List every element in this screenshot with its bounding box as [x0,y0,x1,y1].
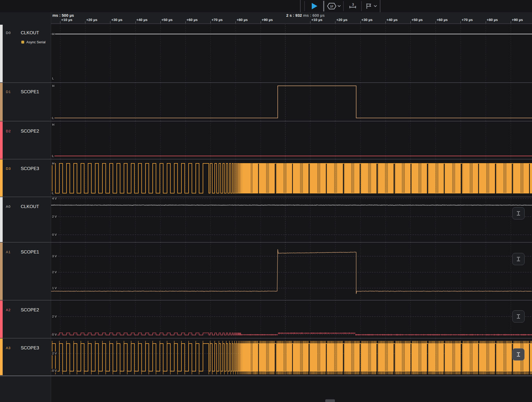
channel-name-label: SCOPE3 [21,166,39,171]
a2-waveform[interactable] [51,300,532,338]
channel-header-d3[interactable]: D3SCOPE3 [3,159,51,197]
row-separator [0,300,532,301]
d1-waveform[interactable] [51,83,532,121]
channel-color-strip-a1 [0,243,3,300]
ruler-tick-label-left: +20 µs [86,18,97,22]
ruler-tick-mark [486,21,486,23]
ruler-tick-mark [511,21,511,23]
d2-waveform[interactable] [51,121,532,159]
chevron-down-icon [374,5,377,7]
fit-vertical-scale-button-a1[interactable] [512,253,525,265]
channel-name-label: SCOPE1 [21,249,39,255]
ruler-tick-label-right: +90 µs [512,18,523,22]
channel-header-a0[interactable]: A0CLKOUT [3,197,51,242]
channel-header-d2[interactable]: D2SCOPE2 [3,121,51,159]
horizontal-scrollbar-thumb[interactable] [325,399,335,402]
voltage-grid-label: 0 V [51,369,57,373]
channel-index-label: A2 [6,308,11,312]
channel-name-label: SCOPE2 [21,307,39,313]
ruler-tick-label-left: +50 µs [161,18,173,22]
level-label-low: L [51,77,55,80]
fit-vertical-icon [516,211,521,216]
ruler-tick-label-left: +70 µs [211,18,223,22]
fit-vertical-scale-button-a3[interactable] [512,348,525,361]
channel-color-strip-d2 [0,121,3,159]
channel-index-label: A1 [6,250,11,254]
ruler-tick-label-left: +90 µs [262,18,273,22]
voltage-grid-label: 2 V [51,315,57,318]
time-ruler[interactable]: ms : 500 µs 2 s : 932 ms : 600 µs +10 µs… [51,12,532,24]
ruler-tick-mark [85,21,85,23]
ruler-tick-label-left: +10 µs [61,18,72,22]
ruler-right-anchor-label: 2 s : 932 ms : 600 µs [286,13,325,18]
analyzer-label: Async Serial [26,40,45,44]
a1-waveform[interactable] [51,242,532,300]
channel-color-strip-a3 [0,338,3,375]
ruler-tick-mark [410,21,411,23]
row-separator [0,338,532,338]
level-label-high: H [51,32,55,36]
fit-vertical-icon [516,314,521,319]
fit-vertical-icon [516,352,521,357]
level-label-high: H [51,123,55,126]
channel-header-d0[interactable]: D0CLKOUTAsync Serial [3,24,51,83]
ruler-tick-label-right: +70 µs [462,18,473,22]
ruler-tick-mark [60,21,60,23]
annotations-button[interactable] [363,0,379,12]
ruler-tick-label-right: +20 µs [336,18,347,22]
ruler-tick-mark [335,21,335,23]
a0-waveform[interactable] [51,197,532,242]
channel-index-label: D3 [6,167,11,171]
channel-index-label: D1 [6,90,11,94]
ruler-tick-label-left: +30 µs [111,18,122,22]
toolbar-divider [304,1,305,11]
voltage-grid-label: 3 V [51,254,57,258]
measurements-button[interactable]: 3 [346,0,360,12]
run-capture-button[interactable] [306,0,322,12]
fit-vertical-scale-button-a2[interactable] [512,310,525,323]
ruler-tick-mark [460,21,461,23]
toolbar-divider [323,1,324,11]
ruler-tick-label-left: +60 µs [186,18,198,22]
ruler-tick-mark [110,21,110,23]
channel-index-label: D2 [6,129,11,133]
channel-color-strip-d0 [0,25,3,82]
ruler-tick-mark [310,21,310,23]
analyzer-row-async-serial[interactable]: Async Serial [21,40,45,44]
channel-header-a1[interactable]: A1SCOPE1 [3,242,51,300]
svg-text:1F: 1F [330,5,333,8]
voltage-grid-label: 2 V [51,270,57,274]
ruler-tick-mark [435,21,436,23]
toolbar-divider [343,1,344,11]
channel-index-label: A3 [6,346,11,350]
channel-header-d1[interactable]: D1SCOPE1 [3,83,51,121]
channel-name-label: SCOPE1 [21,89,39,95]
svg-text:3: 3 [352,3,354,6]
voltage-grid-label: 2 V [51,352,57,355]
row-separator [0,197,532,197]
ruler-tick-mark [210,21,211,23]
ruler-tick-label-right: +60 µs [437,18,448,22]
level-label-high: H [51,84,55,88]
d3-waveform[interactable] [51,159,532,197]
channel-name-label: SCOPE2 [21,129,39,134]
ruler-tick-label-right: +40 µs [386,18,398,22]
fit-vertical-scale-button-a0[interactable] [512,207,525,219]
trigger-settings-button[interactable]: 1F [326,0,342,12]
channel-name-label: CLKOUT [21,30,39,36]
row-separator [0,121,532,121]
toolbar-divider [361,1,362,11]
ruler-tick-mark [185,21,186,23]
top-toolbar: 1F 3 [0,0,532,12]
a3-waveform[interactable] [51,338,532,375]
flag-icon [365,3,372,10]
hexagon-1f-icon: 1F [327,2,336,10]
channel-color-strip-d3 [0,159,3,197]
channel-header-a3[interactable]: A3SCOPE3 [3,338,51,375]
ruler-tick-mark [261,21,261,23]
row-separator [0,242,532,243]
channel-name-label: CLKOUT [21,204,39,209]
d0-waveform[interactable] [51,24,532,83]
channel-color-strip-a0 [0,197,3,242]
channel-header-a2[interactable]: A2SCOPE2 [3,300,51,338]
